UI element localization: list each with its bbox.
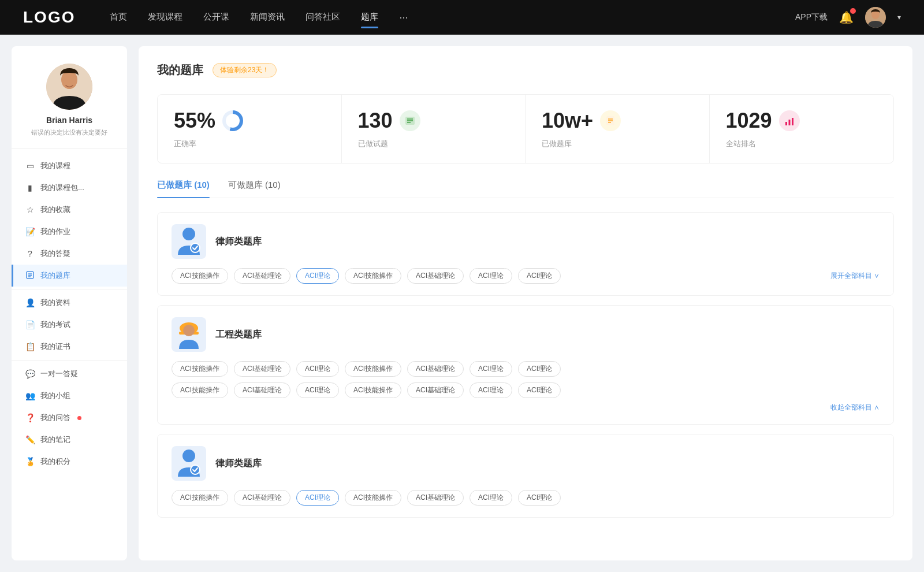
sidebar-avatar <box>46 64 92 110</box>
tags-row-engineer-1: ACI技能操作 ACI基础理论 ACI理论 ACI技能操作 ACI基础理论 AC… <box>172 361 880 377</box>
nav-discover[interactable]: 发现课程 <box>148 12 182 24</box>
nav-more[interactable]: ··· <box>399 12 408 24</box>
sidebar-label-favorites: 我的收藏 <box>40 205 70 215</box>
notification-bell[interactable]: 🔔 <box>839 10 854 24</box>
sidebar-item-notes[interactable]: ✏️ 我的笔记 <box>12 429 127 451</box>
sidebar-item-certificate[interactable]: 📋 我的证书 <box>12 336 127 358</box>
tag-lawyer2-6[interactable]: ACI理论 <box>518 490 561 506</box>
tag-eng-4[interactable]: ACI基础理论 <box>407 361 464 377</box>
sidebar-item-favorites[interactable]: ☆ 我的收藏 <box>12 199 127 221</box>
sidebar-item-group[interactable]: 👥 我的小组 <box>12 385 127 407</box>
stat-questions-done: 130 已做试题 <box>342 95 526 163</box>
stat-top-rank: 1029 <box>726 109 878 133</box>
tag-lawyer1-4[interactable]: ACI基础理论 <box>407 268 464 284</box>
tag-lawyer2-1[interactable]: ACI基础理论 <box>234 490 290 506</box>
expand-btn-lawyer1[interactable]: 展开全部科目 ∨ <box>830 271 880 281</box>
app-download-link[interactable]: APP下载 <box>795 12 828 23</box>
qbank-top-engineer: 工程类题库 <box>172 317 880 352</box>
tag-eng-10[interactable]: ACI技能操作 <box>345 382 401 398</box>
banks-label: 已做题库 <box>542 139 693 149</box>
tag-lawyer1-5[interactable]: ACI理论 <box>470 268 512 284</box>
top-navigation: LOGO 首页 发现课程 公开课 新闻资讯 问答社区 题库 ··· APP下载 … <box>0 0 924 35</box>
questions-label: 已做试题 <box>358 139 509 149</box>
tag-eng-3[interactable]: ACI技能操作 <box>345 361 401 377</box>
user-dropdown-arrow[interactable]: ▾ <box>897 13 901 21</box>
tags-row-lawyer-1: ACI技能操作 ACI基础理论 ACI理论 ACI技能操作 ACI基础理论 AC… <box>172 268 880 284</box>
collapse-btn-engineer[interactable]: 收起全部科目 ∧ <box>172 403 880 413</box>
tag-eng-11[interactable]: ACI基础理论 <box>407 382 464 398</box>
sidebar-label-points: 我的积分 <box>40 456 70 467</box>
tag-lawyer1-3[interactable]: ACI技能操作 <box>345 268 401 284</box>
tab-available-banks[interactable]: 可做题库 (10) <box>228 180 281 198</box>
tag-lawyer2-5[interactable]: ACI理论 <box>470 490 512 506</box>
tag-lawyer1-2[interactable]: ACI理论 <box>296 268 339 284</box>
nav-home[interactable]: 首页 <box>110 12 127 24</box>
sidebar-item-course-package[interactable]: ▮ 我的课程包... <box>12 177 127 199</box>
engineer-icon <box>172 317 206 352</box>
sidebar-item-homework[interactable]: 📝 我的作业 <box>12 221 127 243</box>
lawyer-icon-2 <box>172 446 206 481</box>
banks-value: 10w+ <box>542 109 593 133</box>
tag-eng-9[interactable]: ACI理论 <box>296 382 339 398</box>
tag-eng-7[interactable]: ACI技能操作 <box>172 382 228 398</box>
logo: LOGO <box>23 8 75 27</box>
qbank-card-lawyer-2: 律师类题库 ACI技能操作 ACI基础理论 ACI理论 ACI技能操作 ACI基… <box>157 434 894 518</box>
qbank-top-lawyer-1: 律师类题库 <box>172 224 880 259</box>
tags-row-lawyer-2: ACI技能操作 ACI基础理论 ACI理论 ACI技能操作 ACI基础理论 AC… <box>172 490 880 506</box>
tab-done-banks[interactable]: 已做题库 (10) <box>157 180 210 198</box>
nav-news[interactable]: 新闻资讯 <box>250 12 285 24</box>
rank-bar-icon <box>779 110 800 131</box>
sidebar-item-my-qa[interactable]: ❓ 我的问答 <box>12 407 127 429</box>
tag-eng-2[interactable]: ACI理论 <box>296 361 339 377</box>
page-title: 我的题库 <box>157 62 203 78</box>
sidebar-label-profile: 我的资料 <box>40 298 70 308</box>
sidebar-item-profile[interactable]: 👤 我的资料 <box>12 292 127 314</box>
stat-global-rank: 1029 全站排名 <box>710 95 894 163</box>
tag-eng-5[interactable]: ACI理论 <box>470 361 512 377</box>
nav-qa[interactable]: 问答社区 <box>305 12 340 24</box>
sidebar-item-exam[interactable]: 📄 我的考试 <box>12 314 127 336</box>
sidebar-divider-2 <box>12 360 127 361</box>
sidebar-item-my-courses[interactable]: ▭ 我的课程 <box>12 155 127 177</box>
qa-unread-badge <box>77 416 81 420</box>
tag-lawyer2-3[interactable]: ACI技能操作 <box>345 490 401 506</box>
tag-eng-6[interactable]: ACI理论 <box>518 361 561 377</box>
tag-lawyer2-4[interactable]: ACI基础理论 <box>407 490 464 506</box>
sidebar-item-tutoring[interactable]: 💬 一对一答疑 <box>12 363 127 385</box>
banks-doc-icon <box>600 110 621 131</box>
sidebar-label-exam: 我的考试 <box>40 320 70 330</box>
main-content: 我的题库 体验剩余23天！ 55% 正确率 130 <box>139 46 912 560</box>
tag-lawyer1-6[interactable]: ACI理论 <box>518 268 561 284</box>
sidebar-item-points[interactable]: 🏅 我的积分 <box>12 451 127 473</box>
course-pkg-icon: ▮ <box>25 183 35 192</box>
nav-open-course[interactable]: 公开课 <box>203 12 229 24</box>
qbank-title-engineer: 工程类题库 <box>215 329 262 341</box>
tag-eng-8[interactable]: ACI基础理论 <box>234 382 290 398</box>
tag-lawyer1-0[interactable]: ACI技能操作 <box>172 268 228 284</box>
tag-eng-1[interactable]: ACI基础理论 <box>234 361 290 377</box>
sidebar-item-question-bank[interactable]: 我的题库 <box>12 265 127 287</box>
svg-rect-18 <box>788 120 790 125</box>
sidebar-divider-1 <box>12 289 127 289</box>
sidebar-label-question-bank: 我的题库 <box>40 270 70 281</box>
sidebar-item-qa[interactable]: ? 我的答疑 <box>12 243 127 265</box>
tag-lawyer2-2[interactable]: ACI理论 <box>296 490 339 506</box>
svg-point-21 <box>191 243 200 252</box>
nav-question-bank[interactable]: 题库 <box>361 12 378 24</box>
notification-badge <box>850 8 856 14</box>
tag-eng-13[interactable]: ACI理论 <box>518 382 561 398</box>
avatar-image <box>865 7 886 28</box>
notes-icon: ✏️ <box>25 435 35 444</box>
qbank-card-engineer: 工程类题库 ACI技能操作 ACI基础理论 ACI理论 ACI技能操作 ACI基… <box>157 305 894 425</box>
user-avatar[interactable] <box>865 7 886 28</box>
tag-eng-12[interactable]: ACI理论 <box>470 382 512 398</box>
sidebar-label-notes: 我的笔记 <box>40 434 70 445</box>
tag-lawyer1-1[interactable]: ACI基础理论 <box>234 268 290 284</box>
qbank-icon <box>25 271 35 281</box>
tag-eng-0[interactable]: ACI技能操作 <box>172 361 228 377</box>
questions-value: 130 <box>358 109 393 133</box>
sidebar-label-qa: 我的答疑 <box>40 248 70 259</box>
tag-lawyer2-0[interactable]: ACI技能操作 <box>172 490 228 506</box>
qbank-top-lawyer-2: 律师类题库 <box>172 446 880 481</box>
qbank-title-lawyer-1: 律师类题库 <box>215 236 262 248</box>
